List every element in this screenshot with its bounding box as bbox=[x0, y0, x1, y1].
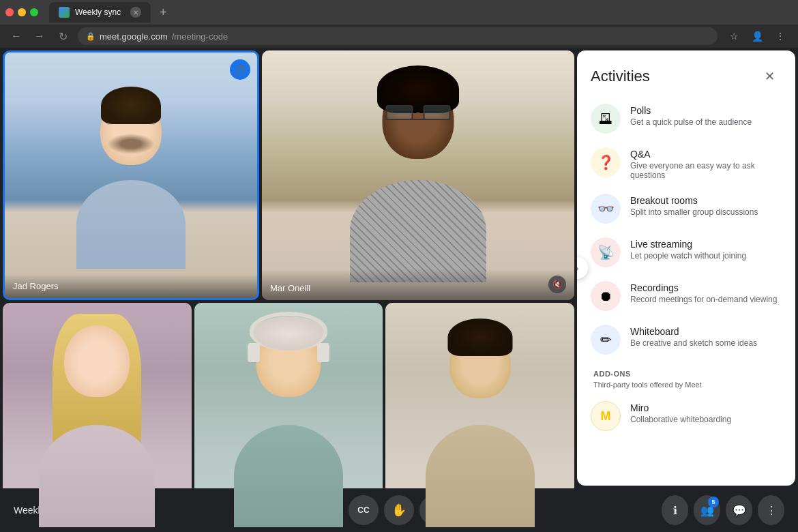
polls-text: Polls Get a quick pulse of the audience bbox=[630, 104, 752, 127]
participant-name-jad: Jad Rogers bbox=[13, 281, 58, 291]
miro-text: Miro Collaborative whiteboarding bbox=[630, 401, 731, 424]
activity-item-recordings[interactable]: ⏺ Recordings Record meetings for on-dema… bbox=[580, 274, 793, 318]
whiteboard-name: Whiteboard bbox=[630, 326, 757, 337]
recordings-name: Recordings bbox=[630, 282, 777, 293]
streaming-text: Live streaming Let people watch without … bbox=[630, 237, 746, 261]
addons-section-sublabel: Third-party tools offered by Meet bbox=[580, 381, 793, 394]
new-tab-button[interactable]: + bbox=[153, 3, 173, 22]
tab-title: Weekly sync bbox=[75, 8, 121, 17]
url-path: /meeting-code bbox=[172, 31, 228, 42]
miro-desc: Collaborative whiteboarding bbox=[630, 415, 731, 424]
minimize-window-button[interactable] bbox=[18, 8, 26, 16]
polls-desc: Get a quick pulse of the audience bbox=[630, 117, 752, 127]
tab-favicon bbox=[59, 7, 70, 18]
controls-center: 🎤 📷 CC ✋ 🖥 ⋮ 📞 bbox=[136, 495, 662, 525]
breakout-desc: Split into smaller group discussions bbox=[630, 207, 758, 217]
addons-section-label: ADD-ONS bbox=[580, 361, 793, 381]
browser-chrome: Weekly sync ✕ + ← → ↻ 🔒 meet.google.com … bbox=[0, 0, 798, 48]
video-overlay-mar: Mar Oneill 🔇 bbox=[262, 269, 574, 300]
video-area: 🎵 Jad Rogers bbox=[0, 48, 577, 532]
participant-name-mar: Mar Oneill bbox=[270, 283, 310, 293]
reactions-button[interactable]: ✋ bbox=[384, 495, 414, 525]
recordings-text: Recordings Record meetings for on-demand… bbox=[630, 281, 777, 304]
video-row-top: 🎵 Jad Rogers bbox=[3, 50, 574, 300]
url-bar[interactable]: 🔒 meet.google.com /meeting-code bbox=[78, 27, 718, 45]
whiteboard-icon: ✏ bbox=[591, 325, 621, 355]
panel-content: 🗳 Polls Get a quick pulse of the audienc… bbox=[577, 97, 795, 486]
miro-name: Miro bbox=[630, 402, 731, 413]
close-window-button[interactable] bbox=[5, 8, 14, 16]
qa-name: Q&A bbox=[630, 149, 782, 160]
captions-button[interactable]: CC bbox=[349, 495, 379, 525]
url-domain: meet.google.com bbox=[100, 31, 168, 42]
address-bar: ← → ↻ 🔒 meet.google.com /meeting-code ☆ … bbox=[0, 25, 798, 48]
recordings-desc: Record meetings for on-demand viewing bbox=[630, 295, 777, 304]
meeting-container: 🎵 Jad Rogers bbox=[0, 48, 798, 532]
activity-item-polls[interactable]: 🗳 Polls Get a quick pulse of the audienc… bbox=[580, 97, 793, 141]
activity-item-qa[interactable]: ❓ Q&A Give everyone an easy way to ask q… bbox=[580, 141, 793, 187]
bookmark-icon[interactable]: ☆ bbox=[724, 27, 743, 46]
video-tile-mar[interactable]: Mar Oneill 🔇 bbox=[262, 50, 574, 300]
recordings-icon: ⏺ bbox=[591, 281, 621, 311]
browser-toolbar-icons: ☆ 👤 ⋮ bbox=[724, 27, 790, 46]
activities-panel: › Activities ✕ 🗳 Polls Get a quick pulse… bbox=[577, 50, 795, 486]
streaming-desc: Let people watch without joining bbox=[630, 251, 746, 261]
activities-button[interactable]: ⋮ bbox=[758, 495, 784, 525]
people-count-badge: 5 bbox=[708, 497, 719, 507]
active-tab[interactable]: Weekly sync ✕ bbox=[49, 2, 151, 23]
polls-icon: 🗳 bbox=[591, 104, 621, 134]
maximize-window-button[interactable] bbox=[30, 8, 38, 16]
info-button[interactable]: ℹ bbox=[662, 495, 688, 525]
activity-item-miro[interactable]: M Miro Collaborative whiteboarding bbox=[580, 394, 793, 438]
tab-close-button[interactable]: ✕ bbox=[130, 7, 141, 18]
whiteboard-desc: Be creative and sketch some ideas bbox=[630, 338, 757, 348]
mute-badge-mar: 🔇 bbox=[548, 276, 566, 293]
miro-icon: M bbox=[591, 401, 621, 431]
qa-text: Q&A Give everyone an easy way to ask que… bbox=[630, 147, 782, 180]
breakout-icon: 👓 bbox=[591, 194, 621, 224]
chat-button[interactable]: 💬 bbox=[726, 495, 752, 525]
panel-header: Activities ✕ bbox=[577, 50, 795, 97]
activity-item-streaming[interactable]: 📡 Live streaming Let people watch withou… bbox=[580, 231, 793, 274]
forward-button[interactable]: → bbox=[31, 28, 48, 44]
menu-icon[interactable]: ⋮ bbox=[771, 27, 790, 46]
reload-button[interactable]: ↻ bbox=[55, 28, 71, 44]
security-icon: 🔒 bbox=[86, 32, 95, 41]
activity-item-whiteboard[interactable]: ✏ Whiteboard Be creative and sketch some… bbox=[580, 318, 793, 361]
streaming-icon: 📡 bbox=[591, 237, 621, 267]
profile-icon[interactable]: 👤 bbox=[748, 27, 767, 46]
polls-name: Polls bbox=[630, 105, 752, 116]
people-button[interactable]: 👥 5 bbox=[694, 495, 720, 525]
active-speaker-badge: 🎵 bbox=[230, 59, 250, 80]
video-overlay-jad: Jad Rogers bbox=[5, 274, 257, 298]
streaming-name: Live streaming bbox=[630, 239, 746, 250]
whiteboard-text: Whiteboard Be creative and sketch some i… bbox=[630, 325, 757, 348]
close-panel-button[interactable]: ✕ bbox=[757, 64, 782, 89]
video-tile-jad[interactable]: 🎵 Jad Rogers bbox=[3, 50, 259, 300]
breakout-text: Breakout rooms Split into smaller group … bbox=[630, 194, 758, 217]
video-row-bottom: Lily Smyth 🔇 bbox=[3, 303, 574, 529]
qa-desc: Give everyone an easy way to ask questio… bbox=[630, 161, 782, 180]
tab-bar: Weekly sync ✕ + bbox=[0, 0, 798, 25]
panel-title: Activities bbox=[591, 68, 650, 85]
traffic-lights bbox=[5, 8, 38, 16]
activity-item-breakout[interactable]: 👓 Breakout rooms Split into smaller grou… bbox=[580, 187, 793, 231]
qa-icon: ❓ bbox=[591, 147, 621, 177]
controls-right: ℹ 👥 5 💬 ⋮ bbox=[662, 495, 784, 525]
back-button[interactable]: ← bbox=[8, 28, 25, 44]
breakout-name: Breakout rooms bbox=[630, 195, 758, 206]
